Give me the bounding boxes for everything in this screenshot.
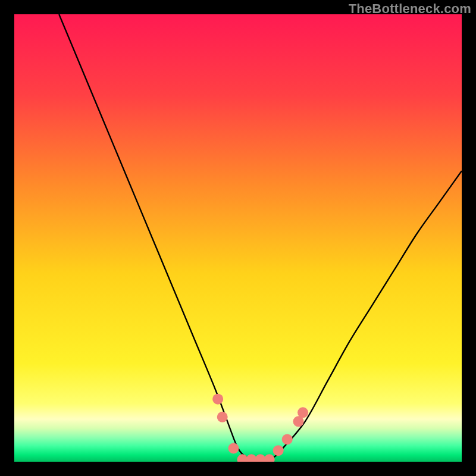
chart-frame: TheBottleneck.com xyxy=(0,0,476,476)
marker-dot xyxy=(273,445,284,456)
marker-dot xyxy=(217,412,228,422)
gradient-background xyxy=(14,14,462,462)
marker-dot xyxy=(212,394,223,405)
chart-plot-area xyxy=(14,14,462,462)
marker-dot xyxy=(228,443,239,453)
watermark-text: TheBottleneck.com xyxy=(349,1,471,17)
marker-dot xyxy=(282,434,293,444)
chart-svg xyxy=(14,14,462,462)
marker-dot xyxy=(298,407,308,418)
